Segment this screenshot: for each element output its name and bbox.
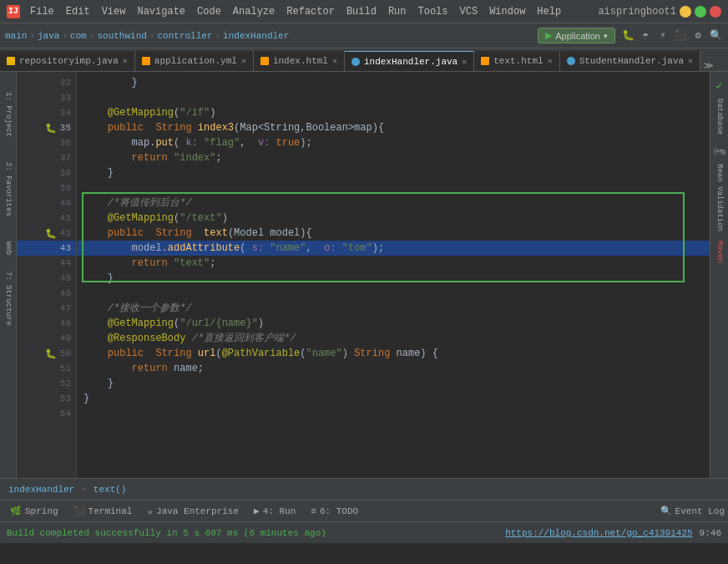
stop-icon[interactable]: ⬛ [673,28,688,43]
breadcrumb-main[interactable]: main [5,31,27,41]
tab-close-index[interactable]: ✕ [332,56,337,66]
line-num-42: 42 [60,228,71,238]
code-line-51: return name; [77,361,710,376]
tab-index[interactable]: index.html ✕ [254,51,345,71]
line-num-39: 39 [60,183,71,193]
settings-icon[interactable]: ⚙ [690,28,705,43]
tab-close-text[interactable]: ✕ [548,56,553,66]
line-num-49: 49 [60,333,71,343]
code-line-47: /*接收一个参数*/ [77,301,710,316]
terminal-tab[interactable]: ⬛ Terminal [67,504,139,518]
more-tabs-button[interactable]: ≫ [700,60,717,71]
gutter: 32 33 34 🐛 35 36 37 38 39 40 41 � [17,72,77,478]
window-title: aispringboot1 [598,6,676,18]
title-bar: IJ File Edit View Navigate Code Analyze … [0,0,728,23]
menu-file[interactable]: File [25,4,59,19]
code-line-37: return "index"; [77,150,710,165]
tab-icon-indexhandler [351,58,360,66]
structure-panel-label[interactable]: 7: Structure [4,272,13,326]
status-left: Build completed successfully in 5 s 697 … [7,528,326,538]
event-log-container: 🔍 Event Log [660,506,725,516]
csdn-url[interactable]: https://blog.csdn.net/go_c41391425 [505,528,692,538]
menu-bar: File Edit View Navigate Code Analyze Ref… [25,4,566,19]
bottom-sep: › [81,485,87,495]
tab-close-repositoryimp[interactable]: ✕ [123,56,128,66]
run-label: Application [555,31,600,41]
favorites-panel-label[interactable]: 2: Favorites [4,162,13,216]
tab-repositoryimp[interactable]: repositoryimp.java ✕ [0,51,135,71]
tab-close-application[interactable]: ✕ [241,56,246,66]
menu-view[interactable]: View [97,4,131,19]
event-log-label[interactable]: Event Log [675,506,725,516]
menu-vcs[interactable]: VCS [455,4,483,19]
code-editor[interactable]: } @GetMapping("/if") public String index… [77,72,710,478]
project-panel-label[interactable]: 1: Project [4,92,13,137]
profile-icon[interactable]: ⚡ [655,28,670,43]
tab-close-studenthandler[interactable]: ✕ [688,56,693,66]
gutter-row-35: 🐛 35 [17,120,76,135]
line-num-43: 43 [60,243,71,253]
menu-edit[interactable]: Edit [61,4,95,19]
line-num-46: 46 [60,288,71,298]
gutter-row-49: 49 [17,331,76,346]
run-tab[interactable]: ▶ 4: Run [247,504,302,518]
editor-tabs: repositoryimp.java ✕ application.yml ✕ i… [0,48,728,72]
time: 9:46 [700,528,721,538]
tab-application[interactable]: application.yml ✕ [135,51,254,71]
menu-navigate[interactable]: Navigate [132,4,190,19]
web-panel-label[interactable]: Web [4,241,13,255]
debug-icon-50: 🐛 [45,348,57,359]
menu-help[interactable]: Help [532,4,566,19]
breadcrumb-com[interactable]: com [70,31,87,41]
java-enterprise-label: Java Enterprise [156,506,239,516]
gutter-row-34: 34 [17,105,76,120]
tab-close-indexhandler[interactable]: ✕ [462,57,467,67]
close-button[interactable] [710,6,721,18]
debug-icon-42: 🐛 [45,228,57,239]
gutter-row-38: 38 [17,165,76,180]
coverage-icon[interactable]: ☂ [638,28,653,43]
toolbar: main › java › com › southwind › controll… [0,23,728,48]
line-num-48: 48 [60,318,71,328]
tab-text[interactable]: text.html ✕ [474,51,559,71]
run-icon: ▶ [545,30,552,41]
todo-icon: ≡ [311,506,316,516]
menu-code[interactable]: Code [192,4,226,19]
breadcrumb-indexhandler[interactable]: indexHandler [223,31,289,41]
maximize-button[interactable] [695,6,706,18]
search-everywhere-icon[interactable]: 🔍 [708,28,723,43]
run-debug-icon[interactable]: 🐛 [620,28,635,43]
tab-icon-studenthandler [567,57,575,65]
tab-indexhandler[interactable]: indexHandler.java ✕ [345,51,474,71]
code-line-53: } [77,391,710,406]
gutter-row-43: 43 [17,241,76,256]
breadcrumb-southwind[interactable]: southwind [97,31,146,41]
gutter-row-39: 39 [17,180,76,196]
spring-tab[interactable]: 🌿 Spring [3,504,65,518]
maven-panel-label[interactable]: Maven [714,237,725,267]
breadcrumb-java[interactable]: java [38,31,59,41]
tab-studenthandler[interactable]: StudentHandler.java ✕ [560,51,700,71]
database-panel-label[interactable]: Database [713,93,726,140]
breadcrumb-sep-1: › [29,31,35,41]
menu-analyze[interactable]: Analyze [228,4,280,19]
menu-run[interactable]: Run [383,4,412,19]
java-enterprise-tab[interactable]: ☕ Java Enterprise [140,504,245,518]
bean-validation-panel-label[interactable]: Bean Validation [713,158,726,237]
java-enterprise-icon: ☕ [147,506,153,516]
menu-build[interactable]: Build [341,4,382,19]
spring-icon: 🌿 [10,506,22,516]
menu-refactor[interactable]: Refactor [281,4,340,19]
menu-tools[interactable]: Tools [413,4,453,19]
ant-icon[interactable]: 🐜 [712,144,726,158]
run-application-button[interactable]: ▶ Application ▾ [538,28,615,43]
menu-window[interactable]: Window [484,4,530,19]
tab-label-indexhandler: indexHandler.java [364,57,458,67]
breadcrumb: main › java › com › southwind › controll… [5,31,289,41]
minimize-button[interactable] [680,6,691,18]
breadcrumb-controller[interactable]: controller [157,31,212,41]
todo-tab[interactable]: ≡ 6: TODO [304,505,365,518]
tab-label-repositoryimp: repositoryimp.java [19,56,119,66]
gutter-row-54: 54 [17,406,76,421]
tab-label-text: text.html [493,56,543,66]
